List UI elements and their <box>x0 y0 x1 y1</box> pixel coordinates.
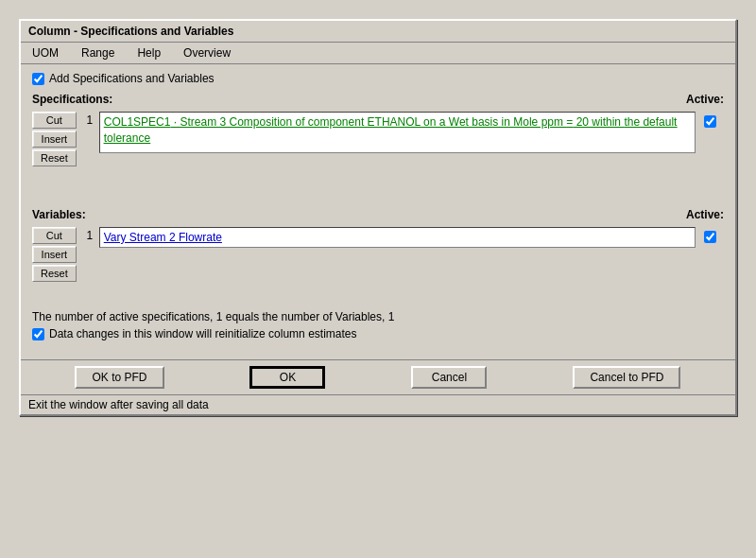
spec-row-number: 1 <box>80 112 99 127</box>
spec-active-checkbox[interactable] <box>704 115 716 128</box>
var-active-checkbox[interactable] <box>704 231 716 243</box>
var-reset-button[interactable]: Reset <box>32 265 77 282</box>
cancel-button[interactable]: Cancel <box>411 366 487 389</box>
var-text-link[interactable]: Vary Stream 2 Flowrate <box>104 231 222 244</box>
var-active-label: Active: <box>686 208 724 225</box>
status-text: Exit the window after saving all data <box>28 398 209 411</box>
status-bar: Exit the window after saving all data <box>21 394 735 414</box>
spec-value-link[interactable]: 20 <box>573 115 589 129</box>
add-spec-label: Add Specifications and Variables <box>49 72 215 85</box>
menu-range[interactable]: Range <box>77 45 118 61</box>
reinit-checkbox[interactable] <box>32 328 44 340</box>
window-title: Column - Specifications and Variables <box>28 25 233 38</box>
main-window: Column - Specifications and Variables UO… <box>19 19 737 416</box>
spec-buttons-col: Cut Insert Reset <box>32 112 77 166</box>
menu-bar: UOM Range Help Overview <box>21 43 735 64</box>
specifications-section: Specifications: Active: Cut Insert Reset… <box>32 93 724 166</box>
spec-insert-button[interactable]: Insert <box>32 131 77 148</box>
var-insert-button[interactable]: Insert <box>32 246 77 263</box>
spec-section-label: Specifications: <box>32 93 112 106</box>
info-line1: The number of active specifications, 1 e… <box>32 310 724 323</box>
var-text-box[interactable]: Vary Stream 2 Flowrate <box>99 227 696 248</box>
bottom-buttons: OK to PFD OK Cancel Cancel to PFD <box>21 359 735 394</box>
title-bar: Column - Specifications and Variables <box>21 21 735 43</box>
var-cut-button[interactable]: Cut <box>32 227 77 244</box>
var-active-col <box>696 227 724 243</box>
spec-header: Specifications: Active: <box>32 93 724 110</box>
var-buttons-col: Cut Insert Reset <box>32 227 77 282</box>
add-spec-checkbox[interactable] <box>32 73 44 85</box>
var-section-label: Variables: <box>32 208 86 221</box>
ok-to-pfd-button[interactable]: OK to PFD <box>75 366 163 389</box>
reinit-label: Data changes in this window will reiniti… <box>49 327 356 340</box>
menu-overview[interactable]: Overview <box>180 45 234 61</box>
spacer1 <box>32 172 724 201</box>
spec-active-col <box>696 112 724 128</box>
var-row-number: 1 <box>80 227 99 242</box>
ok-button[interactable]: OK <box>249 366 325 389</box>
add-spec-row: Add Specifications and Variables <box>32 72 724 85</box>
variables-section: Variables: Active: Cut Insert Reset 1 Va… <box>32 208 724 282</box>
spec-reset-button[interactable]: Reset <box>32 149 77 166</box>
spec-text-box[interactable]: COL1SPEC1 · Stream 3 Composition of comp… <box>99 112 696 153</box>
spec-id-link[interactable]: COL1SPEC1 <box>104 115 171 129</box>
menu-uom[interactable]: UOM <box>28 45 62 61</box>
cancel-to-pfd-button[interactable]: Cancel to PFD <box>573 366 680 389</box>
spec-detail-text: · Stream 3 Composition of component ETHA… <box>170 115 573 129</box>
spec-active-label: Active: <box>686 93 724 110</box>
spec-cut-button[interactable]: Cut <box>32 112 77 129</box>
menu-help[interactable]: Help <box>133 45 164 61</box>
content-area: Add Specifications and Variables Specifi… <box>21 64 735 356</box>
var-header: Variables: Active: <box>32 208 724 225</box>
info-section: The number of active specifications, 1 e… <box>32 310 724 340</box>
spacer2 <box>32 282 724 301</box>
var-row-container: Cut Insert Reset 1 Vary Stream 2 Flowrat… <box>32 227 724 282</box>
reinit-row: Data changes in this window will reiniti… <box>32 327 724 340</box>
spec-row-container: Cut Insert Reset 1 COL1SPEC1 · Stream 3 … <box>32 112 724 166</box>
